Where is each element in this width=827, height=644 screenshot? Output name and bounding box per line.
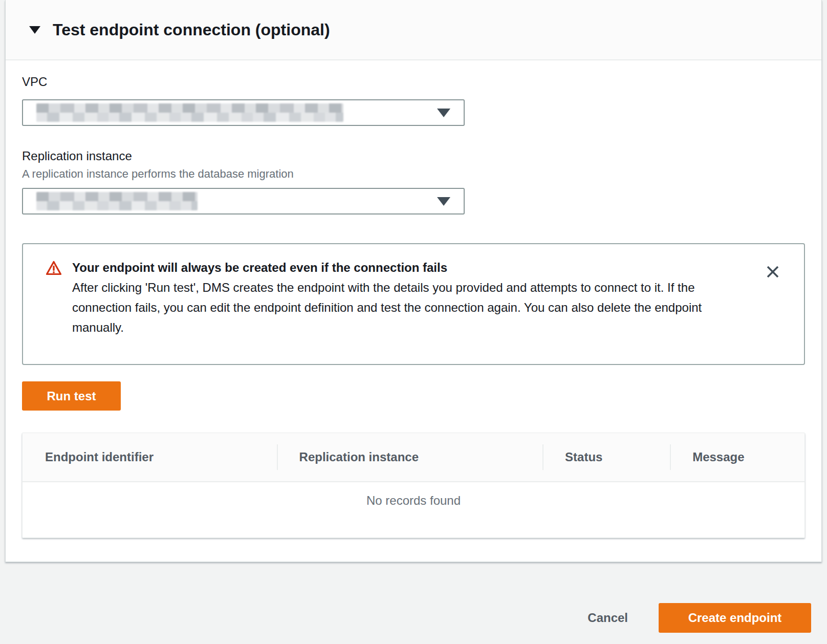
replication-instance-label: Replication instance — [22, 149, 805, 163]
replication-instance-field: Replication instance A replication insta… — [22, 149, 805, 214]
connection-warning-alert: Your endpoint will always be created eve… — [22, 243, 805, 365]
section-content: VPC Replication instance A replication i… — [6, 75, 821, 538]
vpc-field: VPC — [22, 75, 805, 126]
vpc-label: VPC — [22, 75, 805, 89]
caret-down-icon — [437, 109, 450, 117]
empty-state-message: No records found — [366, 493, 461, 508]
cancel-button[interactable]: Cancel — [587, 611, 628, 625]
replication-instance-select[interactable] — [22, 188, 465, 214]
create-endpoint-button[interactable]: Create endpoint — [659, 603, 811, 633]
test-results-table: Endpoint identifier Replication instance… — [22, 433, 805, 538]
triangle-down-icon — [29, 26, 40, 34]
column-header-endpoint-identifier: Endpoint identifier — [23, 450, 277, 464]
form-footer: Cancel Create endpoint — [0, 563, 827, 644]
column-header-status: Status — [542, 450, 670, 464]
alert-close-button[interactable] — [762, 262, 784, 283]
vpc-select[interactable] — [22, 99, 465, 126]
warning-triangle-icon — [46, 260, 62, 354]
table-body: No records found — [23, 482, 804, 538]
caret-down-icon — [437, 197, 450, 206]
redacted-value — [36, 103, 343, 122]
table-header-row: Endpoint identifier Replication instance… — [23, 433, 804, 482]
column-header-message: Message — [670, 450, 804, 464]
test-endpoint-connection-panel: Test endpoint connection (optional) VPC … — [5, 0, 822, 562]
section-title: Test endpoint connection (optional) — [53, 20, 330, 39]
alert-text: Your endpoint will always be created eve… — [72, 257, 737, 354]
redacted-value — [36, 192, 198, 210]
alert-title: Your endpoint will always be created eve… — [72, 257, 737, 277]
run-test-button[interactable]: Run test — [22, 381, 121, 411]
section-header[interactable]: Test endpoint connection (optional) — [6, 0, 821, 60]
column-header-replication-instance: Replication instance — [277, 450, 543, 464]
replication-instance-description: A replication instance performs the data… — [22, 167, 805, 181]
alert-body: After clicking 'Run test', DMS creates t… — [72, 277, 737, 337]
close-icon — [765, 273, 780, 281]
